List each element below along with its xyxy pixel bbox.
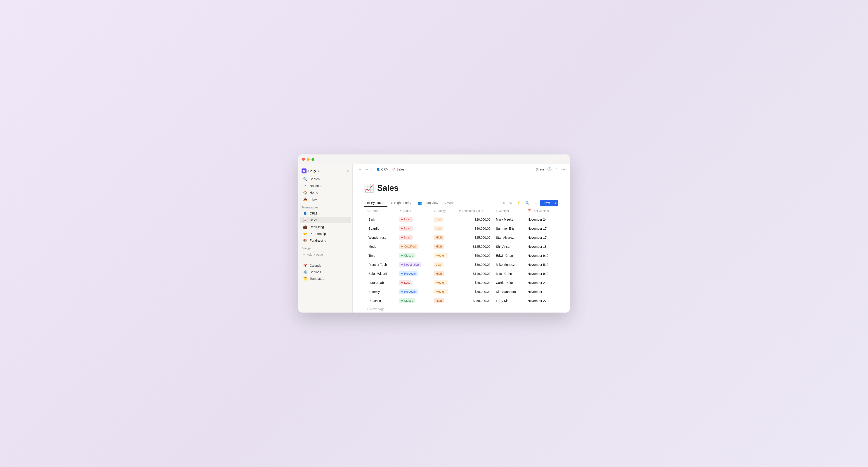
table-more-button[interactable]: ··· (533, 200, 538, 206)
sidebar-item-templates[interactable]: 🗂️ Templates (300, 275, 351, 282)
sidebar-item-label: CRM (310, 211, 317, 215)
status-dot-icon (401, 300, 403, 301)
cell-priority: High (431, 233, 456, 242)
table-row[interactable]: SummlyProposalMedium$30,000.00Kim Saunde… (364, 287, 558, 296)
add-page-button[interactable]: + Add a page (300, 251, 351, 258)
table-row[interactable]: Reach.ioClosedHigh$250,000.00Larry KimNo… (364, 296, 558, 305)
favorite-button[interactable]: ☆ (555, 167, 558, 171)
sidebar-item-search[interactable]: 🔍 Search (300, 176, 351, 182)
sidebar-item-label: Settings (310, 270, 321, 274)
cell-status: Lead (396, 215, 431, 224)
home-icon: 🏠 (303, 191, 307, 195)
partnerships-icon: 🤝 (303, 232, 307, 236)
sidebar-item-fundraising[interactable]: 🎨 Fundraising (300, 237, 351, 244)
chevron-down-icon[interactable]: ▾ (553, 200, 558, 206)
cell-status: Lead (396, 224, 431, 233)
maximize-button[interactable] (311, 158, 314, 161)
col-status: ✦ Status (396, 207, 431, 215)
table-row[interactable]: BarkLeadLow$20,000.00Mary MeeksNovember … (364, 215, 558, 224)
table-row[interactable]: Future LabsLostMedium$20,000.00Carrie Du… (364, 278, 558, 287)
cell-contact: Shri Ansari (493, 242, 525, 251)
sidebar-item-crm[interactable]: 👤 CRM (300, 210, 351, 216)
cell-priority: High (431, 269, 456, 278)
breadcrumb-sales-label: Sales (397, 168, 404, 171)
sidebar-item-settings[interactable]: ⚙️ Settings (300, 269, 351, 275)
cell-priority: Medium (431, 287, 456, 296)
more-options-button[interactable]: ••• (561, 167, 565, 171)
value-col-icon: # (459, 209, 461, 212)
cell-status: Proposal (396, 269, 431, 278)
cell-name: Reach.io (364, 296, 396, 305)
calendar-icon: 📅 (303, 264, 307, 268)
breadcrumb-crm-label: CRM (381, 168, 389, 171)
share-button[interactable]: Share (536, 168, 544, 171)
search-icon: 🔍 (303, 177, 307, 181)
cell-estimated-value: $25,000.00 (456, 233, 493, 242)
page-title-row: 📈 Sales (364, 184, 558, 193)
new-button[interactable]: New ▾ (540, 200, 558, 206)
status-dot-icon (401, 291, 403, 293)
dot-icon: ● (391, 201, 393, 205)
col-priority: ○ Priority (431, 207, 456, 215)
workspace-selector[interactable]: C Colly ▾ ✏ (298, 167, 352, 175)
app-window: C Colly ▾ ✏ 🔍 Search ✦ Notion AI 🏠 Home … (298, 155, 569, 312)
cell-estimated-value: $125,000.00 (456, 242, 493, 251)
cell-name: Frontier Tech (364, 260, 396, 269)
lightning-button[interactable]: ⚡ (515, 200, 522, 206)
breadcrumb-sales[interactable]: 📈 Sales (392, 168, 404, 171)
tab-team-view[interactable]: 👥 Team view (415, 199, 441, 207)
add-button[interactable]: + (372, 167, 374, 172)
edit-icon[interactable]: ✏ (347, 169, 349, 173)
back-button[interactable]: ← (357, 167, 363, 172)
priority-badge: High (434, 244, 444, 249)
status-badge: Lead (399, 217, 413, 222)
minimize-button[interactable] (307, 158, 310, 161)
cell-priority: High (431, 296, 456, 305)
recruiting-icon: 💼 (303, 225, 307, 229)
sales-icon: 📈 (303, 218, 307, 222)
breadcrumb-crm[interactable]: 👤 CRM (376, 168, 389, 171)
fundraising-icon: 🎨 (303, 238, 307, 242)
table-row[interactable]: WondertrustLeadHigh$25,000.00Stan Alvare… (364, 233, 558, 242)
cell-last-contact: November 17, (525, 224, 558, 233)
crm-icon: 👤 (303, 211, 307, 215)
cell-estimated-value: $30,000.00 (456, 260, 493, 269)
sidebar-item-calendar[interactable]: 📅 Calendar (300, 262, 351, 269)
workspace-name: Colly (308, 169, 316, 173)
cell-contact: Carrie Duke (493, 278, 525, 287)
sidebar-item-recruiting[interactable]: 💼 Recruiting (300, 224, 351, 230)
table-row[interactable]: BoardlyLeadLow$30,000.00Summer EllisNove… (364, 224, 558, 233)
cell-estimated-value: $30,000.00 (456, 287, 493, 296)
tabs-more[interactable]: 5 more... (442, 199, 459, 207)
status-badge: Proposal (399, 289, 418, 294)
table-row[interactable]: Frontier TechNegotiationLow$30,000.00Mik… (364, 260, 558, 269)
history-button[interactable]: 🕐 (547, 167, 552, 171)
tab-by-status[interactable]: ⊞ By status (364, 199, 388, 207)
cell-contact: Mitch Cohn (493, 269, 525, 278)
table-row[interactable]: TimsClosedMedium$50,000.00Edwin ChanNove… (364, 251, 558, 260)
sidebar-item-inbox[interactable]: 📥 Inbox (300, 196, 351, 203)
cell-estimated-value: $50,000.00 (456, 251, 493, 260)
sidebar-item-notion-ai[interactable]: ✦ Notion AI (300, 183, 351, 189)
search-table-button[interactable]: 🔍 (524, 200, 531, 206)
sidebar-item-sales[interactable]: 📈 Sales (300, 217, 351, 223)
add-row-button[interactable]: + New page (364, 305, 558, 312)
sidebar-item-label: Recruiting (310, 225, 324, 229)
sort-button[interactable]: ⇅ (508, 200, 513, 206)
cell-last-contact: November 24, (525, 215, 558, 224)
tab-label: Team view (423, 201, 438, 205)
filter-button[interactable]: ≡ (501, 200, 506, 206)
sidebar-item-home[interactable]: 🏠 Home (300, 190, 351, 196)
sidebar-item-partnerships[interactable]: 🤝 Partnerships (300, 231, 351, 237)
table-row[interactable]: Sales WizardProposalHigh$110,000.00Mitch… (364, 269, 558, 278)
plus-icon: + (367, 307, 368, 311)
close-button[interactable] (302, 158, 305, 161)
forward-button[interactable]: → (364, 167, 369, 172)
status-dot-icon (401, 237, 403, 238)
cell-contact: Summer Ellis (493, 224, 525, 233)
tab-high-priority[interactable]: ● High priority (388, 199, 414, 207)
status-dot-icon (401, 264, 403, 265)
table-row[interactable]: ModeQualifiedHigh$125,000.00Shri AnsariN… (364, 242, 558, 251)
cell-priority: Low (431, 215, 456, 224)
cell-name: Wondertrust (364, 233, 396, 242)
